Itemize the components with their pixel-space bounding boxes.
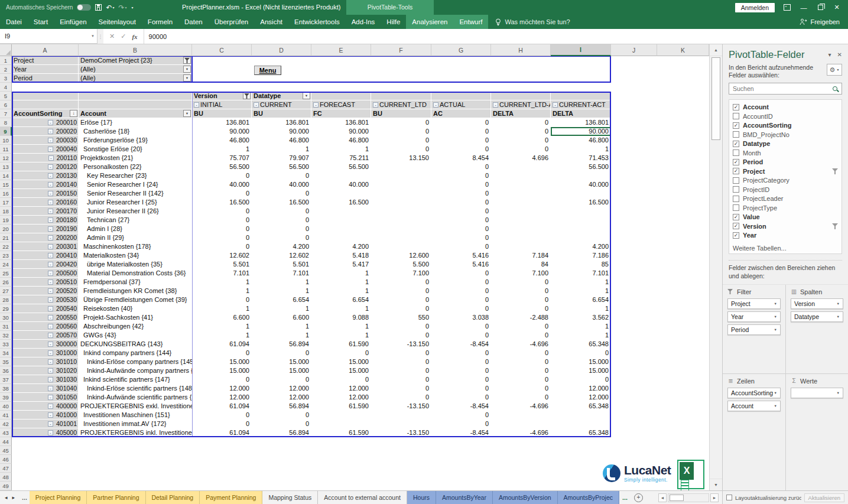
grid-cell[interactable]: 0 <box>431 420 491 428</box>
grid-cell[interactable]: 4.696 <box>491 154 551 162</box>
insert-function-icon[interactable]: fx <box>132 33 137 40</box>
grid-cell[interactable] <box>657 420 709 428</box>
grid-cell[interactable]: 0 <box>491 295 551 304</box>
grid-cell[interactable]: BU <box>192 109 252 118</box>
grid-cell[interactable] <box>311 189 371 198</box>
account-name[interactable]: Inkind-Erlöse scientific partners {148} <box>79 384 192 393</box>
grid-cell[interactable] <box>657 136 709 145</box>
grid-cell[interactable]: 13.150 <box>371 154 431 162</box>
grid-cell[interactable] <box>431 482 491 490</box>
grid-cell[interactable]: 1 <box>311 278 371 287</box>
grid-cell[interactable] <box>611 411 657 420</box>
collapse-icon[interactable]: - <box>48 421 53 427</box>
grid-cell[interactable] <box>611 189 657 198</box>
collapse-icon[interactable]: - <box>48 244 53 249</box>
grid-cell[interactable]: 0 <box>431 162 491 171</box>
grid-cell[interactable] <box>657 56 709 65</box>
grid-cell[interactable]: 0 <box>431 295 491 304</box>
grid-cell[interactable]: 1 <box>311 322 371 331</box>
grid-cell[interactable]: 0 <box>551 375 611 384</box>
grid-cell[interactable] <box>611 357 657 366</box>
grid-cell[interactable]: 0 <box>431 171 491 180</box>
grid-cell[interactable]: 0 <box>431 269 491 278</box>
collapse-icon[interactable]: - <box>48 386 53 391</box>
share-button[interactable]: Freigeben <box>791 15 848 29</box>
autosave-toggle[interactable] <box>77 4 91 11</box>
grid-cell[interactable]: 0 <box>192 295 252 304</box>
grid-cell[interactable]: 71.453 <box>551 154 611 162</box>
collapse-icon[interactable]: - <box>48 288 53 294</box>
collapse-icon[interactable]: - <box>48 359 53 365</box>
minimize-icon[interactable]: — <box>800 4 808 11</box>
grid-cell[interactable] <box>611 260 657 269</box>
ribbon-tab-einfügen[interactable]: Einfügen <box>54 15 92 29</box>
grid-cell[interactable]: 15.000 <box>252 366 311 375</box>
grid-cell[interactable]: 0 <box>371 136 431 145</box>
grid-cell[interactable]: 4.200 <box>311 242 371 251</box>
sign-in-button[interactable]: Anmelden <box>735 3 775 12</box>
grid-cell[interactable]: 6.600 <box>252 313 311 322</box>
grid-cell[interactable]: 1 <box>311 287 371 295</box>
grid-cell[interactable]: 56.500 <box>551 162 611 171</box>
grid-cell[interactable] <box>79 482 192 490</box>
grid-cell[interactable]: 7.101 <box>551 269 611 278</box>
grid-cell[interactable] <box>657 171 709 180</box>
grid-cell[interactable]: DELTA <box>491 109 551 118</box>
grid-cell[interactable]: -200010 <box>12 118 79 127</box>
row-header-14[interactable]: 14 <box>0 171 12 180</box>
row-header-46[interactable]: 46 <box>0 455 12 464</box>
grid-cell[interactable]: -INITIAL <box>192 100 252 109</box>
grid-cell[interactable] <box>657 83 709 92</box>
grid-cell[interactable] <box>491 207 551 216</box>
grid-cell[interactable]: 12.000 <box>551 384 611 393</box>
collapse-icon[interactable]: - <box>48 262 53 267</box>
ribbon-tab-start[interactable]: Start <box>28 15 54 29</box>
grid-cell[interactable]: -CURRENT-ACT <box>551 100 611 109</box>
row-header-31[interactable]: 31 <box>0 322 12 331</box>
grid-cell[interactable] <box>311 464 371 473</box>
grid-cell[interactable]: -200570 <box>12 331 79 340</box>
grid-cell[interactable] <box>371 189 431 198</box>
redo-icon[interactable]: ↷▾ <box>118 4 126 11</box>
row-header-26[interactable]: 26 <box>0 278 12 287</box>
grid-cell[interactable]: 0 <box>431 136 491 145</box>
grid-cell[interactable]: 0 <box>431 304 491 313</box>
ribbon-tab-seitenlayout[interactable]: Seitenlayout <box>93 15 142 29</box>
grid-cell[interactable]: 0 <box>491 136 551 145</box>
grid-cell[interactable]: AccountSorting↓ <box>12 109 79 118</box>
grid-cell[interactable] <box>611 145 657 154</box>
field-checkbox[interactable]: ✓ <box>733 214 739 220</box>
grid-cell[interactable] <box>657 225 709 233</box>
grid-cell[interactable] <box>657 295 709 304</box>
filter-chip-year[interactable]: Year▼ <box>727 311 781 322</box>
grid-cell[interactable] <box>657 198 709 207</box>
grid-cell[interactable]: -CURRENT_LTD <box>371 100 431 109</box>
grid-cell[interactable] <box>611 242 657 251</box>
grid-cell[interactable] <box>611 349 657 357</box>
grid-cell[interactable]: 0 <box>192 171 252 180</box>
grid-cell[interactable]: 1 <box>192 278 252 287</box>
defer-layout-checkbox[interactable] <box>726 495 732 500</box>
row-header-39[interactable]: 39 <box>0 393 12 402</box>
grid-cell[interactable]: 0 <box>192 375 252 384</box>
grid-cell[interactable]: 0 <box>371 357 431 366</box>
account-name[interactable]: Personalkosten {22} <box>79 162 192 171</box>
grid-cell[interactable]: 15.000 <box>551 357 611 366</box>
grid-cell[interactable] <box>657 109 709 118</box>
search-icon[interactable] <box>833 86 837 91</box>
grid-cell[interactable] <box>611 92 657 100</box>
grid-cell[interactable]: 1 <box>311 269 371 278</box>
grid-cell[interactable] <box>657 233 709 242</box>
grid-cell[interactable]: 1 <box>252 145 311 154</box>
grid-cell[interactable] <box>657 92 709 100</box>
grid-cell[interactable] <box>192 455 252 464</box>
grid-cell[interactable] <box>371 65 431 74</box>
grid-cell[interactable]: 46.800 <box>192 136 252 145</box>
grid-cell[interactable]: 61.094 <box>192 402 252 411</box>
grid-cell[interactable] <box>371 180 431 189</box>
grid-cell[interactable] <box>551 207 611 216</box>
grid-cell[interactable] <box>551 171 611 180</box>
field-item-datatype[interactable]: ✓Datatype <box>730 139 840 148</box>
row-header-7[interactable]: 7 <box>0 109 12 118</box>
grid-cell[interactable]: 12.600 <box>371 251 431 260</box>
